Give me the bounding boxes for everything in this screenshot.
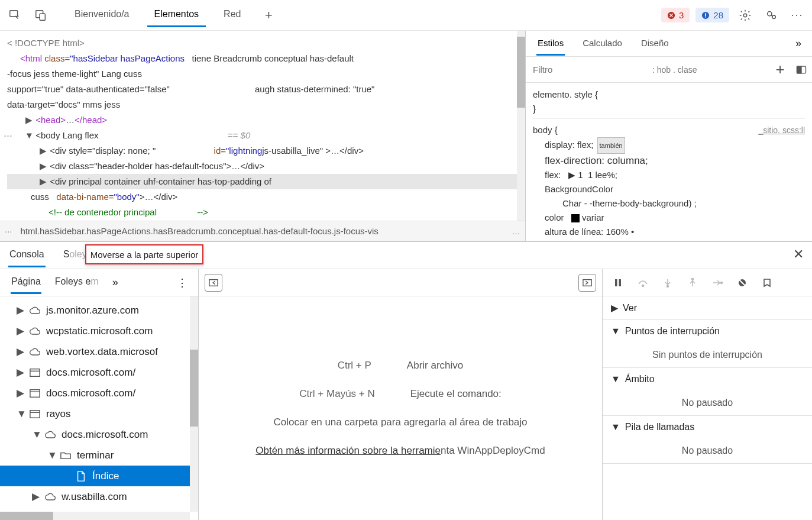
body-row[interactable]: ⋯ ▼ <body Lang flex == $0 bbox=[7, 128, 518, 143]
dom-breadcrumb[interactable]: ··· html.hasSidebar.hasPageActions.hasBr… bbox=[0, 221, 525, 241]
expand-icon[interactable]: ▶ bbox=[568, 170, 575, 180]
step-out-icon[interactable] bbox=[687, 277, 698, 289]
show-debugger-icon[interactable] bbox=[578, 274, 596, 292]
more-tabs-icon[interactable]: » bbox=[112, 276, 118, 289]
svg-point-7 bbox=[743, 14, 747, 17]
html-tag-row[interactable]: <html class="hasSidebar hasPageActions t… bbox=[7, 51, 518, 66]
div2-row[interactable]: ▶ <div class="header-holder has-default-… bbox=[7, 159, 518, 174]
expand-icon[interactable]: ▶ bbox=[17, 304, 24, 316]
scroll-left-icon[interactable]: ··· bbox=[5, 226, 12, 236]
toggle-classes-icon[interactable] bbox=[791, 59, 812, 80]
feedback-icon[interactable] bbox=[761, 5, 781, 25]
head-row[interactable]: ▶ <head>…</head> bbox=[7, 112, 518, 128]
expand-icon[interactable]: ▼ bbox=[32, 429, 39, 441]
expand-icon[interactable]: ▶ bbox=[17, 387, 24, 399]
add-tab-icon[interactable]: + bbox=[258, 5, 279, 25]
new-style-rule-icon[interactable]: + bbox=[769, 59, 791, 80]
elements-scrollbar[interactable] bbox=[517, 31, 525, 241]
expand-icon[interactable]: ▶ bbox=[39, 159, 47, 174]
scope-body: No pausado bbox=[603, 390, 812, 415]
tab-filesystem[interactable]: Foleys em bbox=[54, 271, 99, 294]
hov-cls-hint[interactable]: : hob . clase bbox=[652, 65, 769, 75]
inspect-element-icon[interactable] bbox=[5, 5, 25, 25]
drawer-panel: Consola Soleys e m » ✕ Moverse a la part… bbox=[0, 241, 812, 520]
device-toggle-icon[interactable] bbox=[31, 5, 51, 25]
step-icon[interactable] bbox=[711, 277, 723, 289]
tab-diseno[interactable]: Diseño bbox=[640, 32, 670, 56]
tree-item[interactable]: ▶docs.microsoft.com/ bbox=[0, 383, 198, 403]
expand-icon[interactable]: ▶ bbox=[32, 490, 39, 503]
error-count: 3 bbox=[679, 10, 684, 20]
tab-calculado[interactable]: Calculado bbox=[581, 32, 623, 56]
expand-icon[interactable]: ▶ bbox=[17, 325, 24, 337]
more-menu-icon[interactable]: ··· bbox=[787, 5, 807, 25]
source-link[interactable]: _sitio. scss:ll bbox=[758, 123, 805, 137]
styles-filter-input[interactable] bbox=[526, 57, 652, 82]
section-header-scope[interactable]: ▼Ámbito bbox=[603, 368, 812, 390]
file-tree[interactable]: ▶js.monitor.azure.com▶wcpstatic.microsof… bbox=[0, 296, 198, 520]
expand-icon[interactable]: ▼ bbox=[47, 450, 54, 461]
pause-exceptions-icon[interactable] bbox=[761, 277, 773, 289]
tree-hscrollbar[interactable] bbox=[0, 512, 190, 520]
expand-icon[interactable]: ▶ bbox=[39, 143, 47, 159]
show-navigator-icon[interactable] bbox=[205, 274, 222, 292]
div1-row[interactable]: ▶ <div style="display: none; " id="light… bbox=[7, 143, 518, 159]
comment-row[interactable]: <!-- de contenedor principal --> bbox=[7, 205, 518, 220]
expand-icon[interactable]: ▶ bbox=[25, 112, 33, 128]
color-swatch[interactable] bbox=[571, 214, 580, 222]
tree-item[interactable]: ▶web.vortex.data.microsof bbox=[0, 341, 198, 362]
step-into-icon[interactable] bbox=[662, 277, 674, 289]
section-header-ver[interactable]: ▶Ver bbox=[603, 296, 812, 319]
expand-icon[interactable]: ▶ bbox=[17, 366, 24, 379]
collapse-icon[interactable]: ▼ bbox=[611, 422, 620, 432]
scroll-right-icon[interactable]: … bbox=[512, 226, 520, 236]
tree-item-selected[interactable]: Índice bbox=[0, 466, 198, 486]
collapse-icon[interactable]: ▼ bbox=[611, 374, 620, 385]
editor-area: Ctrl + P Abrir archivo Ctrl + Mayús + N … bbox=[199, 269, 603, 520]
step-over-icon[interactable] bbox=[637, 277, 649, 289]
collapse-icon[interactable]: ▼ bbox=[25, 128, 33, 143]
div3b-row[interactable]: cuss data-bi-name="body">…</div> bbox=[7, 189, 518, 205]
ellipsis-icon[interactable]: ⋯ bbox=[4, 128, 12, 143]
settings-icon[interactable] bbox=[735, 5, 755, 25]
learn-more-link[interactable]: Obtén más información sobre la herramie bbox=[255, 445, 441, 456]
tab-pagina[interactable]: Página bbox=[11, 271, 41, 294]
svg-rect-14 bbox=[30, 389, 40, 397]
tree-item[interactable]: ▼docs.microsoft.com bbox=[0, 424, 198, 445]
section-header-callstack[interactable]: ▼Pila de llamadas bbox=[603, 416, 812, 438]
main-toolbar: Bienvenido/a Elementos Red + 3 28 ··· bbox=[0, 0, 812, 31]
tree-vscrollbar[interactable] bbox=[190, 296, 198, 512]
style-rules[interactable]: elemento. style { } body {_sitio. scss:l… bbox=[526, 83, 812, 241]
message-count-badge[interactable]: 28 bbox=[695, 8, 729, 22]
expand-icon[interactable]: ▶ bbox=[39, 174, 47, 189]
doctype-row[interactable]: < !DOCTYPE html> bbox=[7, 35, 518, 51]
tree-item[interactable]: ▼terminar bbox=[0, 445, 198, 466]
section-header-breakpoints[interactable]: ▼Puntos de interrupción bbox=[603, 320, 812, 343]
flex-badge[interactable]: también bbox=[597, 137, 625, 154]
expand-icon[interactable]: ▶ bbox=[17, 345, 24, 358]
tab-consola[interactable]: Consola bbox=[8, 243, 46, 267]
error-count-badge[interactable]: 3 bbox=[661, 8, 690, 22]
expand-icon[interactable]: ▶ bbox=[611, 302, 618, 314]
deactivate-bp-icon[interactable] bbox=[736, 277, 748, 289]
tab-estilos[interactable]: Estilos bbox=[536, 32, 565, 56]
svg-rect-6 bbox=[705, 16, 706, 17]
expand-icon[interactable]: ▼ bbox=[17, 408, 24, 420]
collapse-icon[interactable]: ▼ bbox=[611, 326, 620, 337]
tree-item[interactable]: ▶js.monitor.azure.com bbox=[0, 300, 198, 321]
tree-item[interactable]: ▶w.usabilla.com bbox=[0, 486, 198, 507]
div3-row-selected[interactable]: ▶ <div principal container uhf-container… bbox=[7, 174, 518, 189]
close-drawer-icon[interactable]: ✕ bbox=[793, 247, 804, 262]
tree-item[interactable]: ▶wcpstatic.microsoft.com bbox=[0, 321, 198, 341]
more-tabs-icon[interactable]: » bbox=[795, 37, 801, 50]
top-tab-strip: Bienvenido/a Elementos Red + bbox=[67, 3, 655, 27]
nav-more-icon[interactable]: ⋮ bbox=[177, 276, 187, 289]
tab-red[interactable]: Red bbox=[216, 3, 248, 27]
tab-bienvenido[interactable]: Bienvenido/a bbox=[67, 3, 137, 27]
tab-elementos[interactable]: Elementos bbox=[147, 3, 206, 27]
tree-item[interactable]: ▶docs.microsoft.com/ bbox=[0, 362, 198, 383]
context-menu-item[interactable]: Moverse a la parte superior bbox=[85, 244, 203, 264]
pause-icon[interactable] bbox=[612, 277, 624, 289]
tree-item[interactable]: ▼rayos bbox=[0, 403, 198, 424]
dom-tree[interactable]: < !DOCTYPE html> <html class="hasSidebar… bbox=[0, 31, 525, 220]
